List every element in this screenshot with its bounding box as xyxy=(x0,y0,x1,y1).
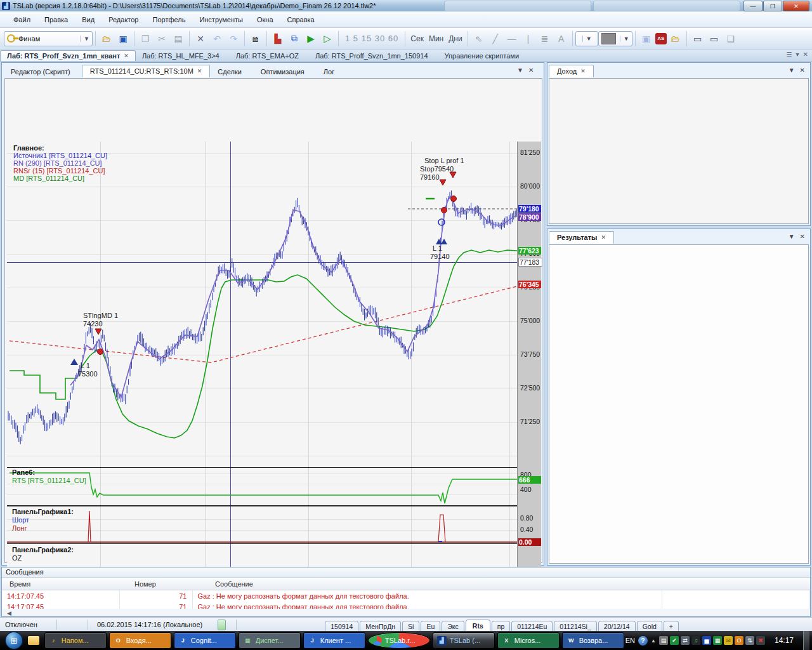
unit-sec[interactable]: Сек xyxy=(410,34,424,43)
taskbar-app-button[interactable]: X Micros... xyxy=(497,632,560,649)
open-file-icon[interactable]: 🗁 xyxy=(99,31,114,46)
taskbar-app-button[interactable]: J Клиент ... xyxy=(303,632,365,649)
lab-tab[interactable]: Управление скриптами xyxy=(438,51,529,61)
tray-icon[interactable]: ✖ xyxy=(756,636,765,645)
instrument-tab[interactable]: 20/12/14 xyxy=(598,621,636,632)
tray-expand-chevron[interactable]: ▲ xyxy=(651,638,656,644)
open-layout-icon[interactable]: 🗁 xyxy=(668,31,683,46)
messages-viewport[interactable]: 14:17:07.45 71 Gaz : Не могу распознать … xyxy=(2,590,810,609)
show-desktop-button[interactable] xyxy=(803,631,809,650)
instrument-tab[interactable]: 011214Eu xyxy=(511,621,553,632)
messages-col-header[interactable]: Время xyxy=(2,580,127,588)
lab-tab[interactable]: Лаб: RTS_HL_MFE_3>4 xyxy=(136,51,230,61)
chevron-down-icon[interactable]: ▼ xyxy=(789,67,795,74)
taskbar-app-button[interactable]: ▟ TSLab (... xyxy=(433,632,495,649)
editor-tab[interactable]: Редактор (Скрипт) xyxy=(3,66,82,77)
editor-tab[interactable]: Оптимизация xyxy=(253,66,316,77)
unit-min[interactable]: Мин xyxy=(429,34,443,43)
color-combo[interactable]: ▼ xyxy=(598,31,632,46)
tray-icon[interactable]: ⇄ xyxy=(681,636,690,645)
instrument-tab[interactable]: пр xyxy=(492,621,511,632)
timeframe-presets[interactable]: 1 5 15 30 60 xyxy=(345,34,398,43)
menu-list-icon[interactable]: ☰ xyxy=(787,51,792,58)
taskbar-app-button[interactable]: TSLab.r... xyxy=(368,632,430,649)
menu-item[interactable]: Правка xyxy=(37,14,75,25)
account-combo[interactable]: Финам ▼ xyxy=(4,31,93,46)
tray-icon[interactable]: ⇅ xyxy=(745,636,754,645)
lab-tab[interactable]: Лаб: RTS_EMA+OZ xyxy=(230,51,309,61)
chart-icon[interactable]: ▙ xyxy=(270,31,285,46)
message-row[interactable]: 14:17:07.45 71 Gaz : Не могу распознать … xyxy=(2,601,810,609)
delete-icon[interactable]: ✕ xyxy=(193,31,208,46)
menu-item[interactable]: Инструменты xyxy=(192,14,250,25)
taskbar-clock[interactable]: 14:17 xyxy=(775,636,794,645)
taskbar-app-button[interactable]: W Возвра... xyxy=(562,632,624,649)
close-button[interactable]: ✕ xyxy=(783,1,809,11)
instrument-tab[interactable]: + xyxy=(664,621,679,632)
message-row[interactable]: 14:17:07.45 71 Gaz : Не могу распознать … xyxy=(2,590,810,601)
income-tab[interactable]: Доход✕ xyxy=(549,65,594,77)
minimize-button[interactable]: — xyxy=(743,1,763,11)
select-all-frame-icon[interactable]: ▭ xyxy=(707,31,722,46)
menu-item[interactable]: Справка xyxy=(280,14,322,25)
run-agent-icon[interactable]: ▷ xyxy=(320,31,335,46)
messages-header[interactable]: Время Номер Сообщение xyxy=(2,578,810,590)
close-icon[interactable]: ✕ xyxy=(800,67,805,74)
close-icon[interactable]: ✕ xyxy=(124,53,129,59)
menu-item[interactable]: Файл xyxy=(6,14,37,25)
editor-tab[interactable]: Сделки xyxy=(210,66,253,77)
instrument-tab[interactable]: Eu xyxy=(421,621,440,632)
close-icon[interactable]: ✕ xyxy=(800,233,805,240)
start-button[interactable]: ⊞ xyxy=(5,632,23,649)
chevron-down-icon[interactable]: ▼ xyxy=(789,233,795,240)
tray-icon[interactable]: ▤ xyxy=(659,636,668,645)
taskbar-app-button[interactable]: O Входя... xyxy=(109,632,171,649)
tray-icon[interactable]: ✉ xyxy=(724,636,733,645)
messages-scroll-left-arrow[interactable]: ◀ xyxy=(2,609,810,616)
tray-icon[interactable]: ♫ xyxy=(691,636,700,645)
script-scheme-icon[interactable]: ⧉ xyxy=(287,31,302,46)
chevron-down-icon[interactable]: ▾ xyxy=(796,51,799,58)
language-indicator[interactable]: EN xyxy=(625,637,635,644)
messages-caption[interactable]: Сообщения xyxy=(2,567,810,578)
lab-tab[interactable]: Лаб: RTS_Proff_Svzn_1mn_квант✕ xyxy=(0,50,136,61)
save-icon[interactable]: ▣ xyxy=(115,31,131,46)
instrument-tab[interactable]: 011214Si_ xyxy=(554,621,596,632)
help-icon[interactable]: ? xyxy=(638,636,648,646)
close-icon[interactable]: ✕ xyxy=(528,67,534,74)
chevron-down-icon[interactable]: ▼ xyxy=(517,67,523,74)
select-frame-icon[interactable]: ▭ xyxy=(690,31,705,46)
taskbar-app-button[interactable]: ♪ Напом... xyxy=(44,632,107,649)
title-bar[interactable]: ▟ TSLab (версия 1.2.18.0:64bit) - D:\Use… xyxy=(0,0,812,12)
tray-icon[interactable]: O xyxy=(735,636,743,645)
taskbar-app-button[interactable]: J Cognit... xyxy=(174,632,236,649)
menu-item[interactable]: Редактор xyxy=(102,14,145,25)
instrument-tab[interactable]: Rts xyxy=(466,620,490,632)
line-style-combo[interactable]: ▼ xyxy=(575,31,598,46)
instrument-tab[interactable]: 150914 xyxy=(325,621,358,632)
instrument-tab[interactable]: Экс xyxy=(442,621,464,632)
menu-item[interactable]: Вид xyxy=(75,14,102,25)
unit-days[interactable]: Дни xyxy=(449,34,462,43)
instrument-tab[interactable]: Gold xyxy=(637,621,662,632)
results-tab[interactable]: Результаты✕ xyxy=(549,231,614,244)
messages-col-header[interactable]: Номер xyxy=(127,580,207,588)
menu-item[interactable]: Окна xyxy=(250,14,280,25)
menu-item[interactable]: Портфель xyxy=(145,14,192,25)
close-icon[interactable]: ✕ xyxy=(601,234,606,241)
tray-icon[interactable]: ✔ xyxy=(670,636,679,645)
lab-tab[interactable]: Лаб: RTS_Proff_Svzn_1mn_150914 xyxy=(309,51,438,61)
autosave-icon[interactable]: AS xyxy=(655,33,667,44)
editor-tab[interactable]: RTS_011214_CU:RTS_RTS:10M✕ xyxy=(82,65,211,77)
taskbar-app-button[interactable]: ▦ Диспет... xyxy=(239,632,301,649)
income-client-area[interactable] xyxy=(549,78,809,224)
messages-col-header[interactable]: Сообщение xyxy=(207,580,678,588)
editor-tab[interactable]: Лог xyxy=(316,66,346,77)
instrument-tab[interactable]: МенПрДн xyxy=(360,621,401,632)
close-icon[interactable]: ✕ xyxy=(197,68,202,74)
tray-icon[interactable]: ▅ xyxy=(702,636,711,645)
properties-icon[interactable]: 🗈 xyxy=(248,31,263,46)
explorer-folder-icon[interactable] xyxy=(28,636,39,645)
close-icon[interactable]: ✕ xyxy=(803,51,808,58)
close-icon[interactable]: ✕ xyxy=(580,68,586,74)
